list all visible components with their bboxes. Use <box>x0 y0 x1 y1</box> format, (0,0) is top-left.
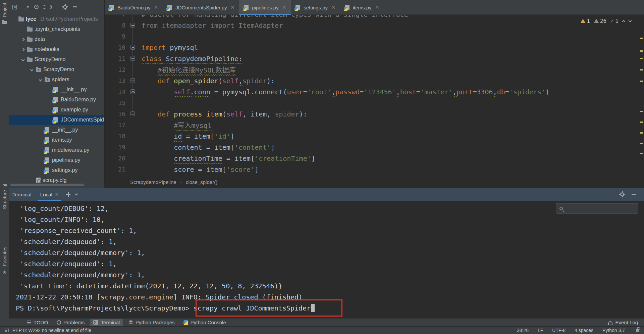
editor-tab[interactable]: items.py✕ <box>340 0 384 15</box>
terminal-dropdown-icon[interactable] <box>74 192 78 196</box>
next-issue-icon[interactable] <box>629 19 632 22</box>
fold-marker-icon[interactable] <box>130 78 135 83</box>
new-terminal-session-icon[interactable] <box>66 192 70 197</box>
editor-tab[interactable]: pipelines.py✕ <box>239 0 291 15</box>
favorites-stripe-button[interactable]: Favorites ★ <box>0 247 9 275</box>
tree-item[interactable]: lyccD:\soft\PycharmProjects <box>9 14 104 24</box>
terminal-header: Terminal: Local ✕ <box>9 188 644 201</box>
scrollbar-warning-mark <box>640 58 643 59</box>
tree-item-label: spiders <box>52 77 69 83</box>
tool-window-button-label: Problems <box>63 320 85 325</box>
code-token: '123456' <box>364 88 396 96</box>
tree-item[interactable]: items.py <box>9 135 104 145</box>
line-number: 20 <box>105 155 125 162</box>
status-python-interpreter[interactable]: Python 3.7 <box>602 328 625 333</box>
tree-item[interactable]: JDCommentsSpider.py <box>9 115 104 125</box>
collapse-all-icon[interactable] <box>50 5 52 9</box>
folder-icon <box>27 28 33 32</box>
tree-item[interactable]: ScrapyDemo <box>9 64 104 75</box>
horizontal-scrollbar[interactable] <box>10 184 84 186</box>
chevron-down-icon[interactable] <box>30 68 33 71</box>
hide-panel-icon[interactable] <box>73 6 77 7</box>
locate-file-icon[interactable] <box>34 5 39 9</box>
fold-marker-icon[interactable] <box>130 89 135 94</box>
code-token <box>142 88 174 96</box>
status-caret-position[interactable]: 38:26 <box>517 328 529 333</box>
project-view-selector-icon[interactable] <box>12 5 17 9</box>
code-text: from itemadapter import ItemAdapter <box>142 21 283 30</box>
tree-item[interactable]: data <box>9 34 104 44</box>
scrollbar-warning-mark <box>640 50 643 52</box>
status-line-separator[interactable]: LF <box>538 328 543 333</box>
line-number: 15 <box>105 99 125 106</box>
tree-item[interactable]: notebooks <box>9 44 104 54</box>
tree-item[interactable]: pipelines.py <box>9 155 104 165</box>
breadcrumb-class[interactable]: ScrapydemoPipeline <box>130 179 176 185</box>
fold-marker-icon[interactable] <box>130 45 135 50</box>
tool-window-button-terminal[interactable]: Terminal <box>90 319 123 326</box>
fold-marker-icon[interactable] <box>130 111 135 116</box>
status-file-encoding[interactable]: UTF-8 <box>552 328 566 333</box>
close-tab-icon[interactable]: ✕ <box>231 5 235 10</box>
close-tab-icon[interactable]: ✕ <box>154 5 158 10</box>
editor-tab[interactable]: BaiduDemo.py✕ <box>105 0 163 15</box>
close-tab-icon[interactable]: ✕ <box>331 5 335 10</box>
expand-all-icon[interactable] <box>44 5 45 9</box>
terminal-search-field[interactable] <box>556 203 638 213</box>
tree-item-label: .ipynb_checkpoints <box>35 26 80 32</box>
fold-marker-icon[interactable] <box>130 56 135 61</box>
terminal-settings-gear-icon[interactable] <box>620 192 625 197</box>
tree-item[interactable]: example.py <box>9 105 104 115</box>
tree-item[interactable]: __init__.py <box>9 85 104 95</box>
terminal-output[interactable]: 'log_count/DEBUG': 12, 'log_count/INFO':… <box>9 201 644 318</box>
inspections-widget[interactable]: 1 26 ✓1 <box>581 17 631 24</box>
tree-item[interactable]: ScrapyDemo <box>9 54 104 64</box>
close-tab-icon[interactable]: ✕ <box>282 5 286 10</box>
tool-window-button-todo[interactable]: TODO <box>24 319 51 326</box>
editor-tab[interactable]: JDCommentsSpider.py✕ <box>163 0 239 15</box>
tool-window-button-problems[interactable]: Problems <box>54 319 88 326</box>
project-settings-gear-icon[interactable] <box>62 4 68 10</box>
tree-item[interactable]: settings.py <box>9 165 104 175</box>
fold-column <box>125 108 140 116</box>
tree-item[interactable]: middlewares.py <box>9 145 104 155</box>
chevron-down-icon[interactable] <box>39 78 42 81</box>
code-line: 12 #初始化连接MySQL数据库 <box>105 64 644 75</box>
terminal-icon <box>93 320 98 325</box>
code-token: score <box>174 165 194 174</box>
event-log-button[interactable]: Event Log <box>608 320 644 325</box>
terminal-minimize-icon[interactable] <box>632 194 636 195</box>
tree-item[interactable]: __init__.py <box>9 125 104 135</box>
code-token: def <box>158 110 174 118</box>
code-line: 10import pymysql <box>105 42 644 53</box>
chevron-down-icon[interactable] <box>21 58 24 61</box>
python-icon <box>183 320 188 325</box>
prev-issue-icon[interactable] <box>622 20 626 23</box>
editor-tab[interactable]: settings.py✕ <box>291 0 340 15</box>
tool-window-button-python-packages[interactable]: Python Packages <box>125 319 178 326</box>
terminal-prompt-line[interactable]: PS D:\soft\PycharmProjects\lycc\ScrapyDe… <box>16 302 644 314</box>
status-message[interactable]: PEP 8: W292 no newline at end of file <box>12 328 91 333</box>
tree-item[interactable]: BaiduDemo.py <box>9 95 104 105</box>
tree-item[interactable]: .ipynb_checkpoints <box>9 24 104 34</box>
lock-icon[interactable] <box>636 329 639 332</box>
fold-marker-icon[interactable] <box>130 23 135 28</box>
check-icon: ✓ <box>610 17 614 24</box>
breadcrumb-method[interactable]: close_spider() <box>186 179 217 185</box>
terminal-tab-local[interactable]: Local ✕ <box>38 188 61 201</box>
chevron-right-icon[interactable] <box>21 48 24 51</box>
status-indent-style[interactable]: 4 spaces <box>575 328 593 333</box>
tree-item[interactable]: spiders <box>9 75 104 85</box>
folder-icon <box>36 68 41 72</box>
terminal-line: 'scheduler/dequeued': 1, <box>16 236 644 247</box>
toggle-panels-icon[interactable] <box>5 329 9 332</box>
close-terminal-tab-icon[interactable]: ✕ <box>55 192 59 197</box>
code-editor[interactable]: 7# useful for handling different item ty… <box>105 15 644 176</box>
more-options-icon[interactable]: ...▾ <box>22 4 29 9</box>
close-tab-icon[interactable]: ✕ <box>375 5 379 10</box>
chevron-right-icon[interactable] <box>21 38 24 41</box>
code-token: item <box>234 154 251 162</box>
tool-window-button-python-console[interactable]: Python Console <box>180 319 229 326</box>
project-stripe-button[interactable]: Project <box>0 3 9 24</box>
structure-stripe-button[interactable]: Structure <box>0 184 9 209</box>
